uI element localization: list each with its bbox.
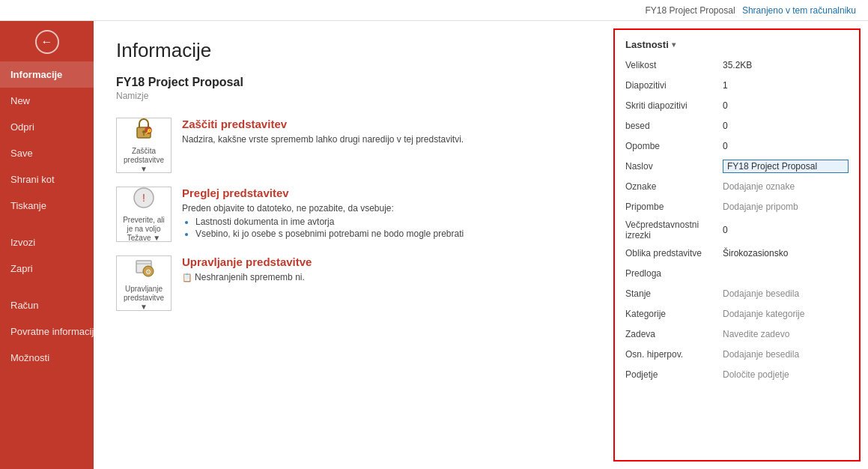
sidebar-divider-1 [0,219,94,229]
sidebar-item-moznosti[interactable]: Možnosti [0,345,94,371]
property-value-8: 0 [723,225,849,235]
property-row-7: PripombeDodajanje pripomb [625,199,849,214]
property-value-9: Širokozasionsko [723,248,849,258]
feature-cards: 🔑 Zaščitapredstavitve ▼ Zaščiti predstav… [116,118,591,457]
property-row-3: besed0 [625,118,849,133]
svg-text:!: ! [142,192,145,204]
sidebar-item-new[interactable]: New [0,88,94,114]
property-label-10: Predloga [625,268,723,279]
file-title: FY18 Project Proposal [116,76,591,89]
sidebar-item-informacije[interactable]: Informacije [0,61,94,88]
property-row-1: Diapozitivi1 [625,78,849,93]
property-value-13[interactable]: Navedite zadevo [723,329,849,339]
manage-icon: ⚙ [132,255,156,281]
property-value-7[interactable]: Dodajanje pripomb [723,202,849,212]
clipboard-icon: 📋 [182,273,195,282]
property-value-11[interactable]: Dodajanje besedila [723,288,849,299]
sidebar: ← Informacije New Odpri Save Shrani kot … [0,21,94,469]
card-label-zasciti: Zaščitapredstavitve ▼ [121,147,166,174]
property-row-8: Večpredstavnostni izrezki0 [625,220,849,240]
content-area: Informacije FY18 Project Proposal Namizj… [94,21,613,469]
card-list-preglej: Lastnosti dokumenta in ime avtorja Vsebi… [182,217,591,239]
property-value-12[interactable]: Dodajanje kategorije [723,309,849,319]
svg-text:⚙: ⚙ [145,268,151,276]
property-value-1: 1 [723,80,849,91]
card-label-preglej: Preverite, ali je na voljoTežave ▼ [121,216,166,243]
card-content-upravljanje: Upravljanje predstavitve 📋 Neshranjenih … [182,255,591,285]
page-title: Informacije [116,39,591,62]
property-row-4: Opombe0 [625,139,849,154]
property-label-3: besed [625,121,723,131]
property-row-5: NaslovFY18 Project Proposal [625,159,849,174]
property-row-12: KategorijeDodajanje kategorije [625,306,849,321]
card-content-zasciti: Zaščiti predstavitev Nadzira, kakšne vrs… [182,118,591,148]
property-row-15: PodjetjeDoločite podjetje [625,367,849,382]
card-list-item-1: Lastnosti dokumenta in ime avtorja [195,217,591,227]
check-icon: ! [132,186,156,212]
property-label-6: Oznake [625,181,723,192]
property-label-12: Kategorije [625,309,723,319]
properties-panel: Lastnosti ▾ Velikost35.2KBDiapozitivi1Sk… [613,28,861,462]
property-label-13: Zadeva [625,329,723,339]
sidebar-item-shrani-kot[interactable]: Shrani kot [0,166,94,193]
back-button[interactable]: ← [35,30,59,54]
card-label-upravljanje: Upravljanjepredstavitve ▼ [121,285,166,312]
property-value-3: 0 [723,121,849,131]
card-desc-upravljanje: 📋 Neshranjenih sprememb ni. [182,272,591,282]
sidebar-divider-2 [0,282,94,292]
card-icon-zasciti[interactable]: 🔑 Zaščitapredstavitve ▼ [116,118,172,173]
sidebar-item-save[interactable]: Save [0,140,94,166]
property-rows: Velikost35.2KBDiapozitivi1Skriti diapozi… [625,58,849,382]
property-label-5: Naslov [625,161,723,172]
property-row-13: ZadevaNavedite zadevo [625,327,849,342]
top-bar-save-status[interactable]: Shranjeno v tem računalniku [742,5,856,16]
panel-header-arrow-icon[interactable]: ▾ [672,40,676,49]
panel-header: Lastnosti ▾ [625,39,849,50]
card-icon-upravljanje[interactable]: ⚙ Upravljanjepredstavitve ▼ [116,255,172,311]
top-bar-file-title: FY18 Project Proposal [646,5,735,16]
card-zasciti: 🔑 Zaščitapredstavitve ▼ Zaščiti predstav… [116,118,591,173]
sidebar-item-povratne[interactable]: Povratne informacije [0,318,94,345]
card-desc-zasciti: Nadzira, kakšne vrste sprememb lahko dru… [182,134,591,145]
sidebar-item-odpri[interactable]: Odpri [0,114,94,140]
card-title-zasciti: Zaščiti predstavitev [182,118,591,130]
sidebar-item-racun[interactable]: Račun [0,292,94,318]
property-label-0: Velikost [625,60,723,70]
card-list-item-2: Vsebino, ki jo osebe s posebnimi potreba… [195,229,591,239]
lock-icon: 🔑 [132,117,156,143]
property-value-14[interactable]: Dodajanje besedila [723,349,849,360]
sidebar-item-izvozi[interactable]: Izvozi [0,229,94,255]
svg-text:🔑: 🔑 [145,128,152,135]
property-row-10: Predloga [625,266,849,281]
card-preglej: ! Preverite, ali je na voljoTežave ▼ Pre… [116,187,591,242]
card-title-preglej: Preglej predstavitev [182,187,591,199]
property-row-14: Osn. hiperpov.Dodajanje besedila [625,347,849,362]
property-value-6[interactable]: Dodajanje oznake [723,181,849,192]
property-row-6: OznakeDodajanje oznake [625,179,849,194]
property-value-4: 0 [723,141,849,151]
card-content-preglej: Preglej predstavitev Preden objavite to … [182,187,591,240]
property-label-11: Stanje [625,288,723,299]
card-icon-preglej[interactable]: ! Preverite, ali je na voljoTežave ▼ [116,187,172,242]
card-desc-preglej: Preden objavite to datoteko, ne pozabite… [182,203,591,214]
property-label-15: Podjetje [625,369,723,380]
file-location: Namizje [116,91,591,101]
property-value-15[interactable]: Določite podjetje [723,369,849,380]
sidebar-item-zapri[interactable]: Zapri [0,255,94,282]
top-bar-separator [735,5,738,16]
sidebar-item-tiskanje[interactable]: Tiskanje [0,193,94,219]
property-label-7: Pripombe [625,202,723,212]
property-label-9: Oblika predstavitve [625,248,723,258]
property-row-0: Velikost35.2KB [625,58,849,73]
property-row-2: Skriti diapozitivi0 [625,98,849,113]
card-title-upravljanje: Upravljanje predstavitve [182,255,591,268]
property-value-5[interactable]: FY18 Project Proposal [723,160,849,173]
property-label-2: Skriti diapozitivi [625,100,723,111]
top-bar: FY18 Project Proposal Shranjeno v tem ra… [0,0,868,21]
card-upravljanje: ⚙ Upravljanjepredstavitve ▼ Upravljanje … [116,255,591,311]
back-arrow-icon: ← [41,35,53,49]
sidebar-back[interactable]: ← [0,21,94,61]
property-value-2: 0 [723,100,849,111]
property-label-14: Osn. hiperpov. [625,349,723,360]
property-row-11: StanjeDodajanje besedila [625,286,849,301]
